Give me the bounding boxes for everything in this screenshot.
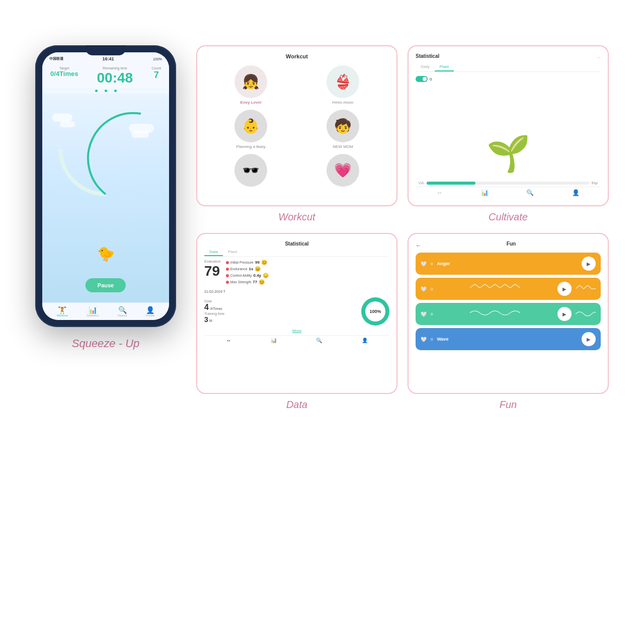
drum-wave: [437, 283, 553, 295]
avatar-circle: 💗: [327, 154, 359, 187]
breath-count: 0: [431, 312, 433, 316]
tab-daily[interactable]: Daily: [416, 63, 435, 71]
avatar-item[interactable]: 👶 Planning a Baby: [207, 110, 294, 149]
metrics-list: Initial Pressure 99 😊 Endurance 1s 😐: [226, 260, 389, 286]
nav-workout-label: Workout: [57, 314, 68, 317]
toggle-label: 0: [430, 77, 432, 82]
workcut-card-title: Workcut: [204, 53, 389, 59]
right-section: Workcut 👧 Envy Level 👙 Hmm-moon 👶 Planni…: [196, 45, 609, 411]
anger-play-button[interactable]: ▶: [582, 257, 596, 271]
heart-icon: 🤍: [421, 311, 427, 317]
main-container: 中国联通 16:41 100% Target 0/4Times Remainin…: [25, 25, 619, 619]
metric-emoji: 😞: [263, 273, 269, 278]
cnav-training[interactable]: ↔️: [437, 189, 443, 196]
dots-row: [42, 88, 169, 94]
nav-profile-label: Profile: [146, 314, 154, 317]
tab-row[interactable]: Daily Plant: [416, 63, 601, 72]
cultivate-label: Cultivate: [489, 211, 528, 222]
data-nav-search[interactable]: 🔍: [316, 338, 322, 343]
timer-display: 00:48: [97, 70, 133, 86]
data-nav-stats[interactable]: 📊: [271, 338, 277, 343]
avatar-item[interactable]: 💗: [299, 154, 386, 189]
avatar-item[interactable]: 🕶️: [207, 154, 294, 189]
battery-text: 100%: [153, 57, 162, 61]
avatar-item[interactable]: 👧 Envy Level: [207, 65, 294, 105]
level-bar: [427, 182, 590, 185]
carrier-text: 中国联通: [49, 56, 63, 61]
nav-stats[interactable]: 📊Statistics: [87, 306, 99, 317]
count-label: Count: [151, 66, 161, 70]
metric-value: 1s: [249, 267, 254, 271]
wave-label: Wave: [437, 337, 457, 342]
goal-value: 4: [204, 303, 209, 311]
fun-label: Fun: [500, 399, 517, 410]
more-link[interactable]: More: [204, 329, 389, 333]
tab-plant[interactable]: Plant: [435, 63, 454, 71]
target-value: 0/4Times: [50, 70, 78, 77]
cnav-stats[interactable]: 📊: [481, 189, 489, 196]
metric-name: Max Strength: [230, 280, 252, 284]
dot: [95, 90, 98, 92]
data-tab-data[interactable]: Data: [204, 249, 223, 256]
breath-wave: [437, 308, 553, 320]
avatar-item[interactable]: 🧒 NEW MOM: [299, 110, 386, 149]
metric-item: Endurance 1s 😐: [226, 266, 389, 272]
squeeze-label: Squeeze - Up: [72, 337, 140, 350]
goal-label: Goal: [204, 299, 224, 303]
avatar-circle: 🕶️: [234, 154, 267, 187]
workcut-label: Workcut: [278, 211, 315, 222]
wave-play-button[interactable]: ▶: [582, 332, 596, 346]
cnav-search[interactable]: 🔍: [526, 189, 534, 196]
cultivate-subtitle: ...: [597, 54, 601, 59]
metric-dot: [226, 274, 229, 277]
exp-label: Exp: [592, 181, 598, 185]
breath-wave-right: [576, 309, 596, 319]
anger-count: 0: [431, 262, 433, 266]
metric-emoji: 😊: [261, 260, 267, 265]
fun-card: ← Fun 🤍 0 Anger ▶ 🤍 0: [408, 233, 609, 394]
target-item: Target 0/4Times: [50, 66, 78, 86]
drum-play-button[interactable]: ▶: [557, 282, 572, 296]
data-nav-training[interactable]: ↔️: [226, 338, 231, 343]
goal-left: Goal 4 /4Times Training time 3 M: [204, 299, 224, 324]
phone-frame: 中国联通 16:41 100% Target 0/4Times Remainin…: [35, 45, 176, 327]
remaining-label: Remaining time: [97, 66, 133, 70]
heart-icon: 🤍: [421, 337, 427, 342]
nav-workout[interactable]: 🏋️Workout: [57, 306, 68, 317]
level-label: LVL: [419, 181, 425, 185]
drum-wave-svg: [437, 283, 553, 293]
dot: [114, 90, 117, 92]
eval-score: 79: [204, 263, 221, 279]
count-value: 7: [151, 70, 161, 80]
phone-screen: 中国联通 16:41 100% Target 0/4Times Remainin…: [42, 52, 169, 320]
goal-value-row: 4 /4Times: [204, 303, 224, 312]
nav-search[interactable]: 🔍Search: [118, 306, 127, 317]
metric-dot: [226, 261, 229, 264]
breath-play-button[interactable]: ▶: [557, 307, 572, 321]
anger-label: Anger: [437, 261, 457, 266]
cnav-profile[interactable]: 👤: [572, 189, 580, 196]
nav-profile[interactable]: 👤Profile: [146, 306, 154, 317]
data-tab-plant[interactable]: Plant: [223, 249, 242, 256]
metric-name: Initial Pressure: [230, 261, 254, 264]
progress-circle: 100%: [361, 297, 389, 326]
data-nav-profile[interactable]: 👤: [362, 338, 368, 343]
workcut-card: Workcut 👧 Envy Level 👙 Hmm-moon 👶 Planni…: [196, 45, 397, 206]
fun-back-icon[interactable]: ←: [416, 242, 422, 249]
cultivate-nav: ↔️ 📊 🔍 👤: [416, 187, 601, 198]
data-card-inner: Statistical Data Plant Evaluation 79: [204, 241, 389, 345]
bird-icon: 🐤: [97, 246, 115, 262]
avatar-item[interactable]: 👙 Hmm-moon: [299, 65, 386, 105]
progress-inner: 100%: [365, 301, 385, 321]
metric-emoji: 😐: [255, 266, 261, 272]
toggle-switch[interactable]: [416, 76, 428, 82]
nav-search-label: Search: [118, 314, 127, 317]
date-row: 21-02-2019 T: [204, 290, 389, 293]
label-row2: Data Fun: [196, 399, 609, 411]
phone-notch: [86, 45, 126, 55]
eval-left: Evaluation 79: [204, 260, 221, 279]
level-fill: [427, 182, 475, 185]
avatar-circle: 🧒: [327, 110, 359, 142]
metric-name: Endurance: [230, 267, 248, 271]
pause-button[interactable]: Pause: [86, 278, 126, 292]
